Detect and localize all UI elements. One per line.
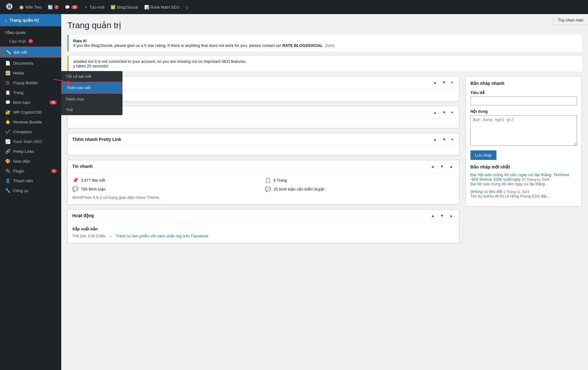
sidebar-item-plugin[interactable]: 🔌 Plugin 4 xyxy=(0,166,61,176)
sidebar-item-bai-viet[interactable]: ✏️ Bài viết xyxy=(0,47,61,58)
documents-label: Documents xyxy=(13,61,33,66)
tin-nhanh-widget: Tin nhanh ▲ ▼ ▲ 📌 3.977 Bài viết xyxy=(67,160,459,205)
tin-nhanh-down-btn[interactable]: ▼ xyxy=(439,163,445,169)
pretty-links-icon: 🔗 xyxy=(5,149,11,154)
quick-draft-title: Bản nháp nhanh xyxy=(470,81,577,86)
title-label: Tiêu đề xyxy=(470,90,577,95)
draft-title-2[interactable]: (không có tiêu đề) xyxy=(470,189,503,194)
cryptox-icon: 🔐 xyxy=(5,110,11,115)
sidebar-item-cap-nhat[interactable]: Cập nhật 7 xyxy=(0,36,61,46)
comments-button[interactable]: 💬 25 xyxy=(62,0,81,14)
hoat-dong-title: Hoạt động xyxy=(72,213,94,218)
widget-down-btn[interactable]: ▼ xyxy=(441,79,447,85)
thanh-vien-icon: 👤 xyxy=(5,178,11,183)
diamond-button[interactable]: ◇ xyxy=(183,0,192,14)
stat-binh-luan-value: 766 Bình luận xyxy=(81,187,106,191)
new-content-button[interactable]: ＋ Tạo mới xyxy=(81,0,107,14)
stat-can-kiem-duyet-icon: 💬 xyxy=(265,186,271,192)
submenu-tat-ca-bai-viet[interactable]: Tất cả bài viết xyxy=(61,71,123,82)
sidebar-item-wp-cryptox100[interactable]: 🔐 WP CryptoX100 xyxy=(0,107,61,117)
cryptox-label: WP CryptoX100 xyxy=(13,110,42,115)
sidebar-item-media[interactable]: 🖼️ Media xyxy=(0,68,61,78)
submenu-the[interactable]: Thẻ xyxy=(61,104,123,115)
hoat-dong-subtitle: Sắp xuất bản xyxy=(72,227,454,231)
tinh-trang-down-btn[interactable]: ▼ xyxy=(441,109,447,115)
plugin-icon: 🔌 xyxy=(5,168,11,173)
widget-up-btn[interactable]: ▲ xyxy=(432,79,438,85)
pretty-link-up-btn[interactable]: ▲ xyxy=(432,136,438,142)
tin-nhanh-collapse-btn[interactable]: ▲ xyxy=(448,163,454,169)
content-textarea[interactable] xyxy=(470,115,577,146)
media-label: Media xyxy=(13,71,24,75)
submenu-them-bai-viet[interactable]: Thêm bài viết xyxy=(61,82,123,94)
rankmath-label: Rank Math SEO xyxy=(151,5,179,9)
stat-can-kiem-duyet-value: 25 bình luận cần kiểm duyệt xyxy=(273,187,324,191)
activity-date: Th8 2nd, 6:36 Chiều xyxy=(72,234,106,238)
danh-muc-label: Danh mục xyxy=(66,97,84,101)
comments-icon: 💬 xyxy=(65,5,70,9)
rate-it-notice: Rate it! If you like Blog2Social, please… xyxy=(67,35,582,51)
hoat-dong-down-btn[interactable]: ▼ xyxy=(439,213,445,219)
seo-notice-text2: y takes 20 seconds! xyxy=(73,64,108,68)
tin-nhanh-body: 📌 3.977 Bài viết 📋 5 Trang 💬 766 Bình lu… xyxy=(68,173,459,204)
activity-item: Th8 2nd, 6:36 Chiều – Tránh bị làm phiền… xyxy=(72,234,454,238)
page-title: Trang quản trị xyxy=(67,20,582,30)
submenu-danh-muc[interactable]: Danh mục xyxy=(61,94,123,104)
tin-nhanh-up-btn[interactable]: ▲ xyxy=(429,163,436,169)
pretty-link-body xyxy=(68,146,459,155)
stat-trang: 📋 5 Trang xyxy=(265,177,454,183)
sidebar-item-trang[interactable]: 📋 Trang xyxy=(0,88,61,97)
tuy-chon-button[interactable]: Tùy chọn màn xyxy=(553,15,588,25)
rankmath-button[interactable]: 📊 Rank Math SEO xyxy=(141,0,183,14)
stat-binh-luan-icon: 💬 xyxy=(72,186,78,192)
widget-close-btn[interactable]: ▾ xyxy=(450,79,454,85)
sidebar-item-binh-luan[interactable]: 💬 Bình luận 25 xyxy=(0,97,61,107)
hoat-dong-collapse-btn[interactable]: ▲ xyxy=(448,213,454,219)
sidebar-item-complianz[interactable]: ✔️ Complianz xyxy=(0,127,61,137)
sidebar-item-giao-dien[interactable]: 🎨 Giao diện xyxy=(0,156,61,166)
title-input[interactable] xyxy=(470,96,577,105)
dashboard-icon: ⌂ xyxy=(5,18,7,23)
activity-link[interactable]: Tránh bị làm phiền với cách chặn tag trê… xyxy=(116,234,208,238)
sidebar-item-thanh-vien[interactable]: 👤 Thành viên xyxy=(0,176,61,186)
rate-hide-link[interactable]: (hide) xyxy=(325,43,335,48)
blog2social-label: Blog2Social xyxy=(117,5,138,9)
main-content: Tùy chọn màn Trang quản trị Rate it! If … xyxy=(61,14,588,370)
updates-button[interactable]: 🔄 7 xyxy=(45,0,62,14)
rank-math-widget-header: 📊 ank Math ▲ ▼ ▾ xyxy=(68,76,459,89)
giao-dien-label: Giao diện xyxy=(13,159,30,164)
stat-can-kiem-duyet: 💬 25 bình luận cần kiểm duyệt xyxy=(265,186,454,192)
stat-bai-viet-icon: 📌 xyxy=(72,177,78,183)
draft-item-1: Đại hội sale mừng 49 năm ngày vui đại th… xyxy=(470,172,577,186)
stat-binh-luan: 💬 766 Bình luận xyxy=(72,186,262,192)
content-field: Nội dung xyxy=(470,109,577,147)
draft-title-1[interactable]: Đại hội sale mừng 49 năm ngày vui đại th… xyxy=(470,172,569,182)
pretty-links-label: Pretty Links xyxy=(13,149,34,154)
thanh-vien-label: Thành viên xyxy=(13,179,33,183)
sidebar-item-pretty-links[interactable]: 🔗 Pretty Links xyxy=(0,146,61,156)
sidebar-item-cong-cu[interactable]: 🔧 Công cụ xyxy=(0,186,61,195)
pretty-link-close-btn[interactable]: ▾ xyxy=(450,136,454,142)
blog2social-icon: ✅ xyxy=(111,5,115,9)
tinh-trang-controls: ▲ ▼ ▾ xyxy=(432,109,454,115)
giao-dien-icon: 🎨 xyxy=(5,159,11,164)
title-field: Tiêu đề xyxy=(470,90,577,105)
blog2social-button[interactable]: ✅ Blog2Social xyxy=(107,0,141,14)
page-wrapper: ⌂ Trang quản trị Tổng quan Cập nhật 7 ✏️… xyxy=(0,14,588,370)
hoat-dong-body: Sắp xuất bản Th8 2nd, 6:36 Chiều – Tránh… xyxy=(68,222,459,243)
rate-link[interactable]: RATE BLOG2SOCIAL xyxy=(282,43,323,48)
pretty-link-down-btn[interactable]: ▼ xyxy=(441,136,447,142)
sidebar-item-rank-math-seo[interactable]: 📈 Rank Math SEO xyxy=(0,137,61,146)
site-name-button[interactable]: 🏠 Wiki Tino xyxy=(16,0,45,14)
sidebar-item-documents[interactable]: 📄 Documents xyxy=(0,58,61,68)
wp-logo-button[interactable]: 🅦 xyxy=(3,0,16,14)
save-draft-button[interactable]: Lưu nháp xyxy=(470,150,496,160)
stats-grid: 📌 3.977 Bài viết 📋 5 Trang 💬 766 Bình lu… xyxy=(72,177,454,192)
sidebar-header[interactable]: ⌂ Trang quản trị xyxy=(0,14,61,26)
updates-badge: 7 xyxy=(54,5,59,9)
tinh-trang-close-btn[interactable]: ▾ xyxy=(450,109,454,115)
sidebar-item-reviews-bundle[interactable]: ⭐ Reviews Bundle xyxy=(0,117,61,127)
stat-trang-icon: 📋 xyxy=(265,177,271,183)
tinh-trang-up-btn[interactable]: ▲ xyxy=(432,109,438,115)
hoat-dong-up-btn[interactable]: ▲ xyxy=(429,213,436,219)
